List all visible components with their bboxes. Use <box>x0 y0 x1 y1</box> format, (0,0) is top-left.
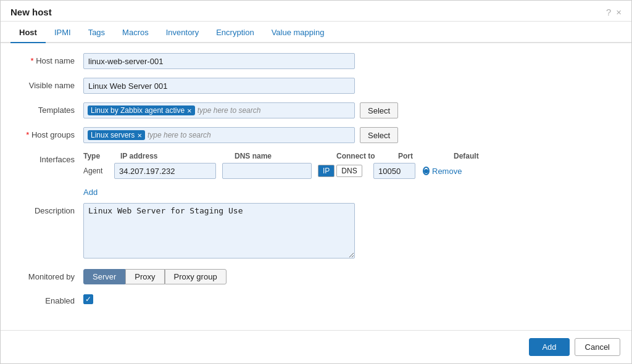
tabs: Host IPMI Tags Macros Inventory Encrypti… <box>1 22 631 43</box>
host-groups-label: Host groups <box>15 127 83 139</box>
templates-row: Templates Linux by Zabbix agent active ×… <box>15 102 617 118</box>
visible-name-control <box>83 78 355 94</box>
new-host-dialog: New host ? × Host IPMI Tags Macros Inven… <box>0 0 632 364</box>
templates-tag: Linux by Zabbix agent active × <box>88 105 195 115</box>
dialog-header: New host ? × <box>1 1 631 22</box>
interface-dns-control <box>222 163 318 179</box>
templates-tag-close[interactable]: × <box>187 107 192 115</box>
tab-inventory[interactable]: Inventory <box>157 22 207 43</box>
tab-macros[interactable]: Macros <box>114 22 157 43</box>
description-control: Linux Web Server for Staging Use <box>83 203 355 260</box>
col-type-header: Type <box>83 152 114 160</box>
monitor-server-btn[interactable]: Server <box>83 269 125 284</box>
templates-control: Linux by Zabbix agent active × type here… <box>83 102 398 118</box>
col-connect-header: Connect to <box>336 152 392 160</box>
tab-value-mapping[interactable]: Value mapping <box>263 22 333 43</box>
interface-port-input[interactable] <box>373 163 415 179</box>
col-ip-header: IP address <box>120 152 228 160</box>
monitored-by-row: Monitored by Server Proxy Proxy group <box>15 269 617 284</box>
interface-default-control: Remove <box>423 167 460 176</box>
interface-default-radio[interactable] <box>423 167 430 175</box>
enabled-row: Enabled <box>15 293 617 305</box>
monitored-by-label: Monitored by <box>15 269 83 281</box>
templates-tag-input[interactable]: Linux by Zabbix agent active × type here… <box>83 102 355 118</box>
connect-ip-btn[interactable]: IP <box>318 165 335 177</box>
description-textarea[interactable]: Linux Web Server for Staging Use <box>83 203 355 259</box>
host-groups-tag: Linux servers × <box>88 130 145 140</box>
host-groups-select-btn[interactable]: Select <box>360 127 398 143</box>
col-dns-header: DNS name <box>235 152 330 160</box>
host-name-control <box>83 53 355 69</box>
interface-ip-control <box>114 163 222 179</box>
interfaces-label: Interfaces <box>15 152 83 164</box>
interface-row: Agent IP DNS <box>83 163 617 179</box>
monitor-proxy-btn[interactable]: Proxy <box>125 269 164 284</box>
interface-dns-input[interactable] <box>222 163 312 179</box>
add-button[interactable]: Add <box>529 338 569 356</box>
tab-host[interactable]: Host <box>10 22 46 43</box>
interface-ip-input[interactable] <box>114 163 216 179</box>
templates-placeholder: type here to search <box>198 106 261 115</box>
interfaces-section: Type IP address DNS name Connect to Port… <box>83 152 617 179</box>
templates-tag-text: Linux by Zabbix agent active <box>91 106 185 115</box>
templates-select-btn[interactable]: Select <box>360 102 398 118</box>
monitor-proxy-group-btn[interactable]: Proxy group <box>165 269 227 284</box>
interface-port-control <box>373 163 423 179</box>
host-groups-row: Host groups Linux servers × type here to… <box>15 127 617 143</box>
add-interface-link[interactable]: Add <box>83 188 617 197</box>
visible-name-input[interactable] <box>83 78 355 94</box>
host-groups-tag-text: Linux servers <box>91 131 135 139</box>
interfaces-header: Type IP address DNS name Connect to Port… <box>83 152 617 163</box>
description-row: Description Linux Web Server for Staging… <box>15 203 617 260</box>
form-body: Host name Visible name Templates Linux b… <box>1 43 631 321</box>
monitored-btns: Server Proxy Proxy group <box>83 269 227 284</box>
header-actions: ? × <box>606 7 622 17</box>
host-groups-placeholder: type here to search <box>148 131 211 139</box>
dialog-title: New host <box>10 7 52 17</box>
tab-tags[interactable]: Tags <box>80 22 114 43</box>
help-icon[interactable]: ? <box>606 7 611 17</box>
host-name-label: Host name <box>15 53 83 65</box>
enabled-label: Enabled <box>15 293 83 305</box>
col-port-header: Port <box>398 152 447 160</box>
connect-dns-btn[interactable]: DNS <box>336 165 362 177</box>
cancel-button[interactable]: Cancel <box>575 338 620 356</box>
host-groups-control: Linux servers × type here to search Sele… <box>83 127 398 143</box>
host-name-input[interactable] <box>83 53 355 69</box>
col-default-header: Default <box>454 152 491 160</box>
tab-encryption[interactable]: Encryption <box>207 22 262 43</box>
templates-label: Templates <box>15 102 83 115</box>
host-groups-tag-close[interactable]: × <box>137 131 142 139</box>
tab-ipmi[interactable]: IPMI <box>46 22 80 43</box>
interface-connect-btns: IP DNS <box>318 165 373 177</box>
dialog-footer: Add Cancel <box>1 330 631 363</box>
visible-name-label: Visible name <box>15 78 83 90</box>
interface-agent-type: Agent <box>83 167 114 175</box>
description-label: Description <box>15 203 83 215</box>
visible-name-row: Visible name <box>15 78 617 94</box>
close-icon[interactable]: × <box>616 7 622 17</box>
host-name-row: Host name <box>15 53 617 69</box>
host-groups-tag-input[interactable]: Linux servers × type here to search <box>83 127 355 143</box>
interfaces-row: Interfaces Type IP address DNS name Conn… <box>15 152 617 179</box>
enabled-checkbox[interactable] <box>83 294 93 304</box>
interface-remove-link[interactable]: Remove <box>432 167 462 176</box>
